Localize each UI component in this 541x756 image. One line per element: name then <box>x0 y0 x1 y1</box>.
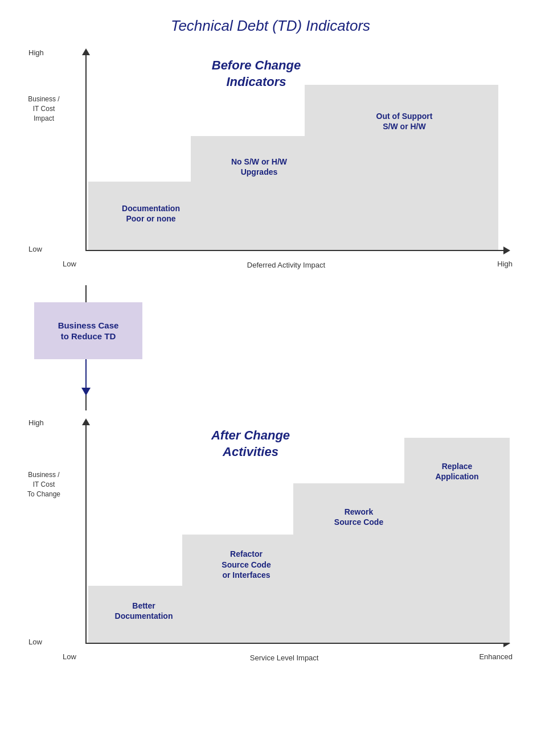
top-y-axis-label: Business /IT CostImpact <box>24 94 64 123</box>
bottom-x-axis-label: Service Level Impact <box>250 654 319 662</box>
top-y-axis-line <box>85 52 87 251</box>
bottom-y-axis-line <box>85 422 87 644</box>
business-case-box: Business Caseto Reduce TD <box>34 302 142 359</box>
bar-out-of-support <box>305 85 498 250</box>
top-chart: High Low Business /IT CostImpact Low Hig… <box>23 40 518 285</box>
bar-refactor-label: RefactorSource Codeor Interfaces <box>185 549 308 580</box>
down-arrow <box>81 359 91 396</box>
top-y-label-high: High <box>28 48 44 57</box>
bar-documentation-label: DocumentationPoor or none <box>97 203 205 224</box>
top-y-label-low: Low <box>28 245 42 253</box>
bar-upgrades-label: No S/W or H/WUpgrades <box>196 157 322 177</box>
bar-out-of-support-label: Out of SupportS/W or H/W <box>342 111 467 132</box>
top-y-axis-arrow <box>82 48 90 55</box>
bar-rework-label: ReworkSource Code <box>302 507 416 527</box>
bottom-x-label-low: Low <box>63 652 76 661</box>
top-x-axis-arrow <box>503 246 510 254</box>
bottom-y-axis-label: Business /IT CostTo Change <box>24 470 64 499</box>
bar-replace-label: ReplaceApplication <box>410 461 504 482</box>
top-x-label-high: High <box>497 260 513 268</box>
bottom-y-label-high: High <box>28 418 44 427</box>
page: Technical Debt (TD) Indicators High Low … <box>0 0 541 756</box>
top-x-axis-label: Deferred Activity Impact <box>247 261 325 269</box>
bar-better-docs-label: BetterDocumentation <box>94 601 194 621</box>
bottom-x-label-high: Enhanced <box>479 652 513 661</box>
bottom-chart: High Low Business /IT CostTo Change Low … <box>23 410 518 678</box>
bottom-x-axis-line <box>85 643 507 644</box>
bottom-y-label-low: Low <box>28 638 42 646</box>
middle-section: Business Caseto Reduce TD <box>23 285 518 410</box>
down-arrow-head <box>81 388 91 396</box>
business-case-text: Business Caseto Reduce TD <box>58 320 119 342</box>
main-title: Technical Debt (TD) Indicators <box>11 11 530 35</box>
bottom-section-title: After ChangeActivities <box>165 428 336 460</box>
down-arrow-line <box>85 359 87 388</box>
top-x-label-low: Low <box>63 260 76 268</box>
chart-section: High Low Business /IT CostImpact Low Hig… <box>23 40 518 678</box>
bottom-y-axis-arrow <box>82 418 90 425</box>
top-x-axis-line <box>85 250 507 251</box>
